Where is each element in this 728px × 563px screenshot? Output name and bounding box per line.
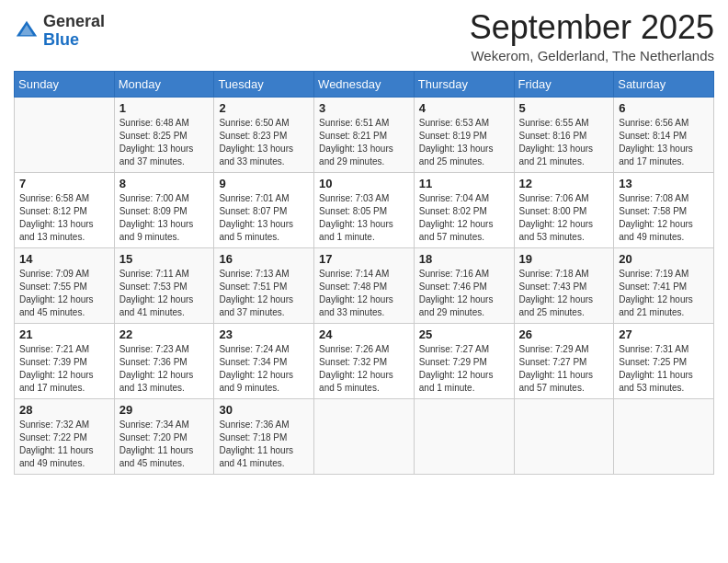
weekday-header-saturday: Saturday xyxy=(614,71,714,97)
calendar-cell: 5Sunrise: 6:55 AM Sunset: 8:16 PM Daylig… xyxy=(514,97,614,172)
calendar-cell: 23Sunrise: 7:24 AM Sunset: 7:34 PM Dayli… xyxy=(214,323,314,398)
day-number: 30 xyxy=(219,403,309,417)
calendar-cell: 2Sunrise: 6:50 AM Sunset: 8:23 PM Daylig… xyxy=(214,97,314,172)
calendar-cell: 11Sunrise: 7:04 AM Sunset: 8:02 PM Dayli… xyxy=(414,172,514,247)
calendar-cell: 25Sunrise: 7:27 AM Sunset: 7:29 PM Dayli… xyxy=(414,323,514,398)
calendar-cell: 22Sunrise: 7:23 AM Sunset: 7:36 PM Dayli… xyxy=(114,323,214,398)
day-info: Sunrise: 7:32 AM Sunset: 7:22 PM Dayligh… xyxy=(19,419,109,470)
day-number: 19 xyxy=(519,252,609,266)
weekday-header-sunday: Sunday xyxy=(15,71,115,97)
day-number: 20 xyxy=(619,252,709,266)
day-info: Sunrise: 6:50 AM Sunset: 8:23 PM Dayligh… xyxy=(219,117,309,168)
day-info: Sunrise: 6:53 AM Sunset: 8:19 PM Dayligh… xyxy=(419,117,509,168)
day-number: 12 xyxy=(519,177,609,190)
day-number: 28 xyxy=(19,403,109,417)
month-title: September 2025 xyxy=(470,9,714,46)
calendar-cell: 8Sunrise: 7:00 AM Sunset: 8:09 PM Daylig… xyxy=(114,172,214,247)
weekday-header-friday: Friday xyxy=(514,71,614,97)
calendar-cell xyxy=(614,398,714,474)
day-info: Sunrise: 7:09 AM Sunset: 7:55 PM Dayligh… xyxy=(19,268,109,319)
title-block: September 2025 Wekerom, Gelderland, The … xyxy=(470,9,714,63)
day-number: 17 xyxy=(319,252,409,266)
calendar-cell: 21Sunrise: 7:21 AM Sunset: 7:39 PM Dayli… xyxy=(15,323,115,398)
day-number: 1 xyxy=(119,101,210,115)
day-info: Sunrise: 6:56 AM Sunset: 8:14 PM Dayligh… xyxy=(619,117,709,168)
day-number: 14 xyxy=(19,252,109,266)
day-info: Sunrise: 7:31 AM Sunset: 7:25 PM Dayligh… xyxy=(619,343,709,395)
logo-blue-text: Blue xyxy=(43,31,105,50)
calendar-cell: 24Sunrise: 7:26 AM Sunset: 7:32 PM Dayli… xyxy=(314,323,415,398)
location-text: Wekerom, Gelderland, The Netherlands xyxy=(470,48,714,63)
calendar-cell: 26Sunrise: 7:29 AM Sunset: 7:27 PM Dayli… xyxy=(514,323,614,398)
calendar-cell xyxy=(514,398,614,474)
calendar-cell: 29Sunrise: 7:34 AM Sunset: 7:20 PM Dayli… xyxy=(114,398,214,474)
day-number: 27 xyxy=(619,327,709,341)
day-number: 8 xyxy=(119,177,210,190)
day-number: 18 xyxy=(419,252,509,266)
day-info: Sunrise: 6:51 AM Sunset: 8:21 PM Dayligh… xyxy=(319,117,409,168)
weekday-header-wednesday: Wednesday xyxy=(314,71,415,97)
calendar-cell xyxy=(414,398,514,474)
day-info: Sunrise: 7:26 AM Sunset: 7:32 PM Dayligh… xyxy=(319,343,409,395)
weekday-header-thursday: Thursday xyxy=(414,71,514,97)
calendar-cell: 14Sunrise: 7:09 AM Sunset: 7:55 PM Dayli… xyxy=(15,247,115,323)
calendar-cell: 10Sunrise: 7:03 AM Sunset: 8:05 PM Dayli… xyxy=(314,172,415,247)
calendar-cell xyxy=(15,97,115,172)
day-info: Sunrise: 7:13 AM Sunset: 7:51 PM Dayligh… xyxy=(219,268,309,319)
day-info: Sunrise: 7:04 AM Sunset: 8:02 PM Dayligh… xyxy=(419,192,509,244)
day-number: 4 xyxy=(419,101,509,115)
day-number: 6 xyxy=(619,101,709,115)
calendar-cell: 6Sunrise: 6:56 AM Sunset: 8:14 PM Daylig… xyxy=(614,97,714,172)
logo-text: General Blue xyxy=(43,13,105,50)
calendar-cell: 28Sunrise: 7:32 AM Sunset: 7:22 PM Dayli… xyxy=(15,398,115,474)
calendar-table: SundayMondayTuesdayWednesdayThursdayFrid… xyxy=(14,71,714,475)
day-info: Sunrise: 7:14 AM Sunset: 7:48 PM Dayligh… xyxy=(319,268,409,319)
day-number: 24 xyxy=(319,327,409,341)
calendar-cell: 30Sunrise: 7:36 AM Sunset: 7:18 PM Dayli… xyxy=(214,398,314,474)
calendar-cell: 16Sunrise: 7:13 AM Sunset: 7:51 PM Dayli… xyxy=(214,247,314,323)
day-number: 2 xyxy=(219,101,309,115)
calendar-cell: 27Sunrise: 7:31 AM Sunset: 7:25 PM Dayli… xyxy=(614,323,714,398)
calendar-cell: 17Sunrise: 7:14 AM Sunset: 7:48 PM Dayli… xyxy=(314,247,415,323)
weekday-header-monday: Monday xyxy=(114,71,214,97)
calendar-cell: 13Sunrise: 7:08 AM Sunset: 7:58 PM Dayli… xyxy=(614,172,714,247)
day-info: Sunrise: 7:16 AM Sunset: 7:46 PM Dayligh… xyxy=(419,268,509,319)
day-info: Sunrise: 7:24 AM Sunset: 7:34 PM Dayligh… xyxy=(219,343,309,395)
day-number: 15 xyxy=(119,252,210,266)
day-info: Sunrise: 7:34 AM Sunset: 7:20 PM Dayligh… xyxy=(119,419,210,470)
calendar-cell: 3Sunrise: 6:51 AM Sunset: 8:21 PM Daylig… xyxy=(314,97,415,172)
logo: General Blue xyxy=(14,13,105,50)
day-info: Sunrise: 7:00 AM Sunset: 8:09 PM Dayligh… xyxy=(119,192,210,244)
day-number: 16 xyxy=(219,252,309,266)
day-number: 11 xyxy=(419,177,509,190)
day-info: Sunrise: 7:27 AM Sunset: 7:29 PM Dayligh… xyxy=(419,343,509,395)
day-number: 26 xyxy=(519,327,609,341)
day-info: Sunrise: 7:21 AM Sunset: 7:39 PM Dayligh… xyxy=(19,343,109,395)
day-info: Sunrise: 6:48 AM Sunset: 8:25 PM Dayligh… xyxy=(119,117,210,168)
day-number: 25 xyxy=(419,327,509,341)
page-header: General Blue September 2025 Wekerom, Gel… xyxy=(14,9,714,63)
day-number: 10 xyxy=(319,177,409,190)
day-number: 13 xyxy=(619,177,709,190)
weekday-header-tuesday: Tuesday xyxy=(214,71,314,97)
day-number: 9 xyxy=(219,177,309,190)
day-info: Sunrise: 6:58 AM Sunset: 8:12 PM Dayligh… xyxy=(19,192,109,244)
calendar-cell xyxy=(314,398,415,474)
calendar-cell: 15Sunrise: 7:11 AM Sunset: 7:53 PM Dayli… xyxy=(114,247,214,323)
calendar-cell: 20Sunrise: 7:19 AM Sunset: 7:41 PM Dayli… xyxy=(614,247,714,323)
day-info: Sunrise: 7:01 AM Sunset: 8:07 PM Dayligh… xyxy=(219,192,309,244)
calendar-cell: 18Sunrise: 7:16 AM Sunset: 7:46 PM Dayli… xyxy=(414,247,514,323)
day-number: 21 xyxy=(19,327,109,341)
calendar-cell: 9Sunrise: 7:01 AM Sunset: 8:07 PM Daylig… xyxy=(214,172,314,247)
logo-icon xyxy=(14,18,40,44)
logo-general-text: General xyxy=(43,13,105,31)
day-number: 22 xyxy=(119,327,210,341)
calendar-cell: 12Sunrise: 7:06 AM Sunset: 8:00 PM Dayli… xyxy=(514,172,614,247)
day-info: Sunrise: 7:06 AM Sunset: 8:00 PM Dayligh… xyxy=(519,192,609,244)
day-info: Sunrise: 7:11 AM Sunset: 7:53 PM Dayligh… xyxy=(119,268,210,319)
day-info: Sunrise: 7:29 AM Sunset: 7:27 PM Dayligh… xyxy=(519,343,609,395)
calendar-cell: 19Sunrise: 7:18 AM Sunset: 7:43 PM Dayli… xyxy=(514,247,614,323)
day-info: Sunrise: 7:18 AM Sunset: 7:43 PM Dayligh… xyxy=(519,268,609,319)
day-info: Sunrise: 7:36 AM Sunset: 7:18 PM Dayligh… xyxy=(219,419,309,470)
calendar-cell: 7Sunrise: 6:58 AM Sunset: 8:12 PM Daylig… xyxy=(15,172,115,247)
